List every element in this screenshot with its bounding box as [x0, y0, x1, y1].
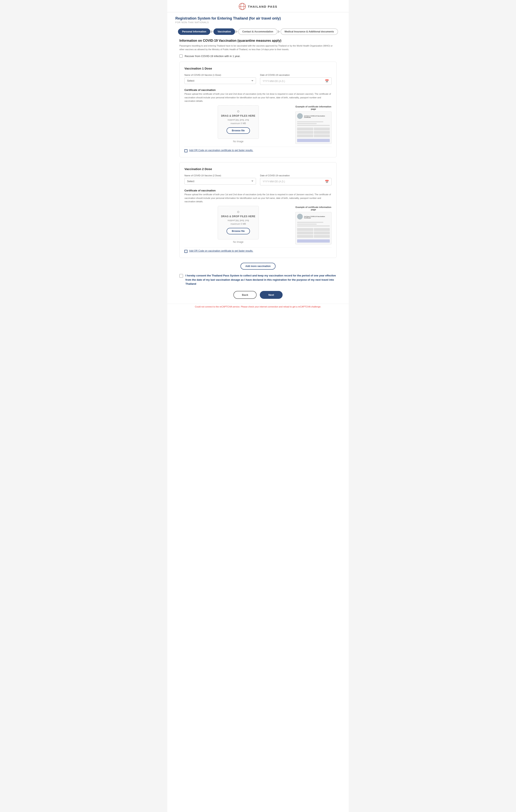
- step-arrow-2: [235, 30, 238, 33]
- browse-file-2-button[interactable]: Browse file: [227, 228, 250, 234]
- browse-file-1-button[interactable]: Browse file: [227, 127, 250, 134]
- cert-2-title: Certificate of vaccination: [184, 189, 332, 192]
- step-medical[interactable]: Medical Insurance & Additional documents: [281, 28, 338, 35]
- cert-2-cell-1: [297, 228, 313, 231]
- cert-2-doc-title: 1st Dose COVID-19 Vaccination Certificat…: [304, 216, 330, 219]
- vaccine-date-1-label: Date of COVID-19 vaccination: [260, 74, 332, 76]
- step-medical-label: Medical Insurance & Additional documents: [285, 30, 334, 33]
- vaccine-name-2-col: Name of COVID-19 Vaccine (2 Dose) Select…: [184, 174, 256, 185]
- calendar-icon-1[interactable]: 📅: [325, 79, 329, 83]
- cert-2-cell-4: [314, 232, 330, 234]
- page-header: THAILAND PASS: [167, 0, 349, 12]
- cert-2-line-1: [297, 222, 323, 223]
- cert-1-footer: [297, 139, 330, 142]
- upload-row-1: DRAG & DROP FILES HERE support jpg, jpeg…: [184, 106, 332, 144]
- thailand-pass-logo: [239, 3, 246, 10]
- recover-checkbox[interactable]: [179, 54, 182, 58]
- no-image-2-label: No Image: [233, 240, 243, 243]
- page-title-section: Registration System for Entering Thailan…: [167, 12, 349, 25]
- vaccine-date-1-col: Date of COVID-19 vaccination YYYY-MM-DD …: [260, 74, 332, 85]
- vaccine-name-1-select[interactable]: Select AstraZeneca Pfizer-BioNTech Moder…: [184, 77, 256, 84]
- step-vaccination[interactable]: Vaccination: [213, 28, 235, 35]
- vaccine-name-1-col: Name of COVID-19 Vaccine (1 Dose) Select…: [184, 74, 256, 85]
- recover-label[interactable]: Recover from COVID-19 infection with in …: [184, 55, 240, 58]
- vaccine-name-1-label: Name of COVID-19 Vaccine (1 Dose): [184, 74, 256, 76]
- vaccine-name-2-label: Name of COVID-19 Vaccine (2 Dose): [184, 174, 256, 177]
- cert-2-footer: [297, 239, 330, 242]
- cert-1-cell-1: [297, 127, 313, 130]
- calendar-icon-2[interactable]: 📅: [325, 180, 329, 183]
- cert-2-desc: Please upload the certificate of both yo…: [184, 193, 332, 203]
- step-personal-label: Personal Information: [182, 30, 206, 33]
- qr-row-1: Add QR Code on vaccination certificate t…: [184, 147, 332, 152]
- drop-max-1: maximum 5 MB: [231, 122, 246, 124]
- vaccine-date-1-field[interactable]: YYYY-MM-DD (A.D.) 📅: [260, 77, 332, 85]
- next-button[interactable]: Next: [260, 291, 282, 299]
- cert-1-grid: [297, 127, 330, 137]
- cert-2-cell-5: [297, 235, 313, 238]
- cert-1-cell-6: [314, 135, 330, 137]
- recaptcha-message: Could not connect to the reCAPTCHA servi…: [167, 303, 349, 310]
- dropzone-2-radio: [237, 211, 239, 213]
- dropzone-1-radio: [237, 110, 239, 112]
- vaccination-2-title: Vaccination 2 Dose: [184, 167, 332, 171]
- vaccination-2-form-row: Name of COVID-19 Vaccine (2 Dose) Select…: [184, 174, 332, 185]
- dropzone-2[interactable]: DRAG & DROP FILES HERE support jpg, jpeg…: [218, 206, 259, 239]
- qr-label-2[interactable]: Add QR Code on vaccination certificate t…: [189, 250, 253, 252]
- step-arrow-1: [211, 30, 213, 33]
- qr-checkbox-1[interactable]: [184, 149, 188, 152]
- drop-support-1: support jpg, jpeg, png: [228, 118, 249, 121]
- page-title: Registration System for Entering Thailan…: [175, 16, 341, 21]
- cert-example-2: Example of certificate information page …: [295, 206, 332, 244]
- qr-checkbox-2[interactable]: [184, 250, 188, 253]
- vaccination-1-title: Vaccination 1 Dose: [184, 67, 332, 70]
- app-title: THAILAND PASS: [248, 5, 278, 8]
- upload-row-2: DRAG & DROP FILES HERE support jpg, jpeg…: [184, 206, 332, 244]
- drop-max-2: maximum 5 MB: [231, 223, 246, 225]
- cert-1-line-1: [297, 121, 323, 122]
- vaccination-2-card: Vaccination 2 Dose Name of COVID-19 Vacc…: [179, 162, 337, 258]
- qr-label-1[interactable]: Add QR Code on vaccination certificate t…: [189, 149, 253, 152]
- info-title: Information on COVID-19 Vaccination (qua…: [179, 39, 337, 42]
- cert-2-cell-6: [314, 235, 330, 238]
- cert-1-desc: Please upload the certificate of both yo…: [184, 92, 332, 103]
- cert-2-line-2: [297, 224, 317, 225]
- cert-2-cell-3: [297, 232, 313, 234]
- drop-support-2: support jpg, jpeg, png: [228, 219, 249, 222]
- add-more-vaccination-button[interactable]: Add more vaccination: [240, 263, 275, 269]
- cert-1-cell-2: [314, 127, 330, 130]
- qr-row-2: Add QR Code on vaccination certificate t…: [184, 247, 332, 253]
- vaccine-date-2-field[interactable]: YYYY-MM-DD (A.D.) 📅: [260, 178, 332, 185]
- page-subtitle: FOR NON-THAI NATIONALS: [175, 21, 341, 24]
- consent-text[interactable]: I hereby consent the Thailand Pass Syste…: [185, 273, 337, 286]
- vaccine-date-2-placeholder: YYYY-MM-DD (A.D.): [263, 180, 325, 183]
- step-vaccination-label: Vaccination: [218, 30, 231, 33]
- vaccination-1-card: Vaccination 1 Dose Name of COVID-19 Vacc…: [179, 62, 337, 157]
- cert-2-cell-2: [314, 228, 330, 231]
- cert-1-title: Certificate of vaccination: [184, 88, 332, 91]
- step-contact[interactable]: Contact & Accommodation: [238, 28, 277, 35]
- step-personal[interactable]: Personal Information: [178, 28, 210, 35]
- vaccine-name-2-select[interactable]: Select AstraZeneca Pfizer-BioNTech Moder…: [184, 178, 256, 184]
- cert-example-1: Example of certificate information page …: [295, 106, 332, 144]
- back-button[interactable]: Back: [233, 291, 257, 299]
- cert-1-line-3: [297, 125, 330, 126]
- cert-example-1-img: 1st Dose COVID-19 Vaccination Certificat…: [295, 111, 332, 144]
- drop-label-1: DRAG & DROP FILES HERE: [221, 114, 255, 117]
- cert-2-line-3: [297, 226, 330, 227]
- info-desc: Passengers travelling to and entering Th…: [179, 44, 337, 51]
- steps-bar: Personal Information Vaccination Contact…: [167, 25, 349, 39]
- step-arrow-3: [278, 30, 280, 33]
- cert-1-line-2: [297, 123, 317, 124]
- info-section: Information on COVID-19 Vaccination (qua…: [179, 39, 337, 51]
- recover-row: Recover from COVID-19 infection with in …: [179, 54, 337, 58]
- vaccine-date-2-label: Date of COVID-19 vaccination: [260, 174, 332, 177]
- vaccine-date-1-placeholder: YYYY-MM-DD (A.D.): [263, 80, 325, 83]
- vaccine-date-2-col: Date of COVID-19 vaccination YYYY-MM-DD …: [260, 174, 332, 185]
- cert-2-grid: [297, 228, 330, 238]
- cert-1-doc-title: 1st Dose COVID-19 Vaccination Certificat…: [304, 115, 330, 118]
- cert-1-cell-3: [297, 131, 313, 134]
- button-row: Back Next: [179, 291, 337, 299]
- dropzone-1[interactable]: DRAG & DROP FILES HERE support jpg, jpeg…: [218, 106, 259, 139]
- consent-checkbox[interactable]: [179, 274, 183, 278]
